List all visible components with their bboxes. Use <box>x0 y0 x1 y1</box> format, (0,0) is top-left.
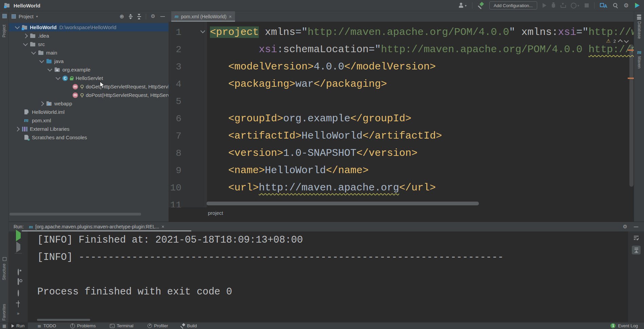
editor-vertical-scrollbar[interactable] <box>629 44 633 187</box>
database-icon[interactable] <box>637 15 641 20</box>
chevron-collapsed-icon[interactable] <box>39 101 44 106</box>
breadcrumb[interactable]: project <box>169 207 634 219</box>
code-line-10[interactable]: 10 <url>http://maven.apache.org</url> <box>169 179 634 197</box>
warning-stripe-mark[interactable] <box>628 78 634 79</box>
code-line-8[interactable]: 8 <version>1.0-SNAPSHOT</version> <box>169 145 634 162</box>
project-toolwindow-icon[interactable] <box>2 14 7 18</box>
tree-item-external-libraries[interactable]: External Libraries <box>9 125 169 133</box>
editor-horizontal-scrollbar[interactable] <box>207 202 479 205</box>
rerun-icon[interactable] <box>16 233 21 238</box>
event-log-button[interactable]: 1 Event Log <box>610 323 644 328</box>
code-line-5[interactable]: 5 <box>169 93 634 110</box>
code-line-7[interactable]: 7 <artifactId>HelloWorld</artifactId> <box>169 127 634 145</box>
hide-panel-icon[interactable]: — <box>160 14 165 19</box>
close-icon[interactable]: × <box>229 14 232 19</box>
chevron-expanded-icon[interactable] <box>15 24 20 29</box>
toolwindow-button-todo[interactable]: ≡TODO <box>34 323 59 329</box>
show-options-eye-icon[interactable] <box>18 269 19 275</box>
next-warning-icon[interactable] <box>624 38 629 43</box>
code-line-2[interactable]: 2 xsi:schemaLocation="http://maven.apach… <box>169 41 634 58</box>
search-icon[interactable] <box>613 3 618 8</box>
toolwindow-button-run[interactable]: Run <box>8 323 28 329</box>
tree-item-dopost-httpservletrequest-httpservletresponse[interactable]: doPost(HttpServletRequest, HttpServletRe… <box>9 91 169 99</box>
editor-tab-pom[interactable]: m pom.xml (HelloWorld) × <box>171 11 235 22</box>
editor-body[interactable]: 1<project xmlns="http://maven.apache.org… <box>169 22 634 208</box>
code-area[interactable]: 1<project xmlns="http://maven.apache.org… <box>169 24 634 208</box>
restart-icon[interactable] <box>18 290 19 296</box>
tree-item-helloservlet[interactable]: HelloServlet <box>9 74 169 82</box>
chevron-expanded-icon[interactable] <box>56 75 60 80</box>
ide-update-icon[interactable] <box>634 3 640 8</box>
toolwindow-button-maven[interactable]: Maven <box>637 56 642 68</box>
soft-wrap-icon[interactable] <box>632 233 641 242</box>
chevron-expanded-icon[interactable] <box>31 49 36 54</box>
more-actions-icon[interactable]: » <box>17 311 20 316</box>
tree-item-scratches-and-consoles[interactable]: Scratches and Consoles <box>9 133 169 142</box>
rerun-failed-icon[interactable] <box>16 244 20 250</box>
code-line-3[interactable]: 3 <modelVersion>4.0.0</modelVersion> <box>169 58 634 76</box>
folder-project-icon <box>22 24 28 30</box>
line-number: 1 <box>169 24 207 41</box>
code-line-1[interactable]: 1<project xmlns="http://maven.apache.org… <box>169 24 634 41</box>
add-configuration-button[interactable]: Add Configuration... <box>489 1 537 9</box>
toolwindow-button-structure[interactable]: Structure <box>2 264 6 280</box>
stop-icon[interactable] <box>585 3 589 7</box>
tree-item-pom-xml[interactable]: pom.xml <box>9 116 169 125</box>
coverage-icon[interactable] <box>561 3 565 8</box>
maven-icon[interactable]: m <box>637 49 641 55</box>
project-panel-title[interactable]: Project <box>19 14 34 19</box>
tree-item-webapp[interactable]: webapp <box>9 99 169 108</box>
run-settings-gear-icon[interactable]: ⚙ <box>623 224 627 229</box>
tree-item-helloworld[interactable]: HelloWorldD:\workspace\HelloWorld <box>9 23 169 32</box>
tree-item-doget-httpservletrequest-httpservletresponse[interactable]: doGet(HttpServletRequest, HttpServletRes… <box>9 82 169 91</box>
tree-item-helloworld-iml[interactable]: HelloWorld.iml <box>9 108 169 116</box>
code-line-9[interactable]: 9 <name>HelloWorld</name> <box>169 162 634 179</box>
tree-item-main[interactable]: main <box>9 48 169 57</box>
translate-icon[interactable] <box>600 3 607 8</box>
toolwindow-button-favorites[interactable]: Favorites <box>2 304 6 321</box>
toolwindow-button-profiler[interactable]: Profiler <box>144 323 171 329</box>
run-console[interactable]: [INFO] Finished at: 2021-05-18T18:09:13+… <box>28 231 628 322</box>
panel-settings-gear-icon[interactable]: ⚙ <box>151 14 155 19</box>
close-icon[interactable]: × <box>161 224 164 229</box>
structure-icon[interactable] <box>3 257 6 261</box>
tree-item-idea[interactable]: .idea <box>9 32 169 40</box>
chevron-expanded-icon[interactable] <box>23 41 28 46</box>
code-line-4[interactable]: 4 <packaging>war</packaging> <box>169 76 634 93</box>
tree-item-java[interactable]: java <box>9 57 169 65</box>
key-icon <box>80 84 84 89</box>
chevron-expanded-icon[interactable] <box>47 66 52 71</box>
locate-file-icon[interactable]: ⊕ <box>119 14 124 19</box>
screenshot-camera-icon[interactable] <box>18 279 19 284</box>
console-horizontal-scrollbar[interactable] <box>37 319 90 321</box>
toolwindow-button-problems[interactable]: Problems <box>67 323 99 329</box>
tree-horizontal-scrollbar[interactable] <box>9 213 141 215</box>
build-hammer-icon[interactable] <box>478 2 484 8</box>
run-icon[interactable] <box>543 3 546 8</box>
chevron-collapsed-icon[interactable] <box>23 33 28 38</box>
toolwindow-button-terminal[interactable]: Terminal <box>106 323 137 329</box>
code-line-6[interactable]: 6 <groupId>org.example</groupId> <box>169 110 634 127</box>
debug-icon[interactable] <box>552 3 555 8</box>
expand-all-icon[interactable] <box>129 14 133 19</box>
chevron-collapsed-icon[interactable] <box>15 126 20 131</box>
toolwindow-button-build[interactable]: Build <box>177 323 200 329</box>
toolwindow-button-database[interactable]: Database <box>637 21 642 39</box>
settings-gear-icon[interactable]: ⚙ <box>624 3 629 8</box>
jump-to-output-icon[interactable] <box>18 301 19 307</box>
warning-stripe-mark[interactable] <box>628 49 634 51</box>
tree-item-org-example[interactable]: org.example <box>9 65 169 74</box>
toolwindow-button-project[interactable]: Project <box>2 25 6 37</box>
scroll-to-end-icon[interactable] <box>632 246 641 254</box>
run-tab[interactable]: m [org.apache.maven.plugins:maven-archet… <box>29 224 164 230</box>
profiler-button[interactable]: ▾ <box>571 3 579 8</box>
toolwindow-switcher-icon[interactable]: ▦ <box>2 324 6 328</box>
inspection-widget[interactable]: ⚠ 2 <box>604 37 630 45</box>
chevron-down-icon[interactable]: ▾ <box>36 15 38 18</box>
collapse-all-icon[interactable] <box>137 14 141 19</box>
chevron-expanded-icon[interactable] <box>39 58 44 63</box>
user-menu-button[interactable]: ▾ <box>458 3 467 8</box>
hide-run-panel-icon[interactable]: — <box>633 224 639 229</box>
tree-item-src[interactable]: src <box>9 40 169 48</box>
prev-warning-icon[interactable] <box>618 39 623 44</box>
